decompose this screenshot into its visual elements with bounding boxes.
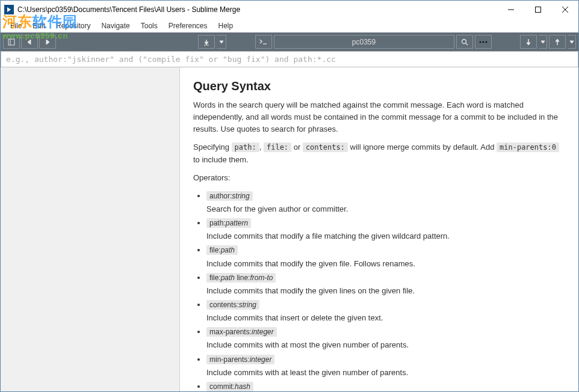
maximize-button[interactable] xyxy=(524,1,551,19)
minimize-button[interactable] xyxy=(497,1,524,19)
forward-button[interactable] xyxy=(39,35,56,49)
menu-repository[interactable]: Repository xyxy=(51,20,95,31)
locations-button[interactable] xyxy=(3,35,20,49)
more-button[interactable] xyxy=(475,35,492,49)
svg-marker-20 xyxy=(527,43,530,45)
search-bar xyxy=(1,51,578,67)
back-button[interactable] xyxy=(21,35,38,49)
svg-point-14 xyxy=(462,39,466,43)
terminal-icon[interactable] xyxy=(255,35,272,49)
stash-button[interactable] xyxy=(198,35,215,49)
svg-point-16 xyxy=(479,41,481,43)
close-button[interactable] xyxy=(551,1,578,19)
menu-navigate[interactable]: Navigate xyxy=(96,20,134,31)
svg-point-18 xyxy=(485,41,487,43)
app-icon xyxy=(4,5,14,14)
help-specifying: Specifying path:, file: or contents: wil… xyxy=(193,141,565,165)
search-button[interactable] xyxy=(456,35,473,49)
window-title: C:\Users\pc0359\Documents\Tencent Files\… xyxy=(17,5,497,14)
pull-dropdown[interactable] xyxy=(539,35,547,49)
menu-bar: File Edit Repository Navigate Tools Pref… xyxy=(1,19,578,32)
menu-preferences[interactable]: Preferences xyxy=(164,20,212,31)
menu-file[interactable]: File xyxy=(5,20,26,31)
help-heading: Query Syntax xyxy=(193,77,565,96)
svg-marker-12 xyxy=(220,41,223,43)
svg-marker-21 xyxy=(541,41,545,43)
menu-tools[interactable]: Tools xyxy=(136,20,163,31)
svg-marker-23 xyxy=(556,39,559,41)
push-dropdown[interactable] xyxy=(568,35,576,49)
svg-marker-7 xyxy=(28,40,31,44)
stash-dropdown[interactable] xyxy=(217,35,226,49)
operators-list: author:stringSearch for the given author… xyxy=(193,190,565,391)
pull-button[interactable] xyxy=(520,35,537,49)
branch-tab[interactable]: pc0359 xyxy=(274,35,454,49)
help-intro: Words in the search query will be matche… xyxy=(193,99,565,135)
svg-marker-10 xyxy=(205,42,208,44)
list-item: file:path line:from-toInclude commits th… xyxy=(206,272,565,297)
sidebar xyxy=(1,67,180,391)
svg-rect-2 xyxy=(535,7,540,13)
svg-line-15 xyxy=(466,43,468,45)
list-item: min-parents:integerInclude commits with … xyxy=(206,354,565,379)
title-bar: C:\Users\pc0359\Documents\Tencent Files\… xyxy=(1,1,578,19)
search-input[interactable] xyxy=(1,55,578,64)
list-item: commit:hashInclude commits matching the … xyxy=(206,381,565,391)
svg-rect-5 xyxy=(8,39,14,45)
list-item: author:stringSearch for the given author… xyxy=(206,190,565,215)
help-panel: Query Syntax Words in the search query w… xyxy=(180,67,578,391)
svg-marker-24 xyxy=(570,41,574,43)
push-button[interactable] xyxy=(549,35,566,49)
svg-marker-8 xyxy=(46,40,49,44)
list-item: max-parents:integerInclude commits with … xyxy=(206,326,565,351)
list-item: file:pathInclude commits that modify the… xyxy=(206,244,565,269)
menu-edit[interactable]: Edit xyxy=(28,20,50,31)
menu-help[interactable]: Help xyxy=(213,20,238,31)
list-item: contents:stringInclude commits that inse… xyxy=(206,299,565,324)
toolbar: pc0359 xyxy=(1,32,578,51)
list-item: path:patternInclude commits that modify … xyxy=(206,217,565,242)
svg-point-17 xyxy=(482,41,484,43)
operators-label: Operators: xyxy=(193,172,565,184)
svg-marker-0 xyxy=(7,7,11,12)
